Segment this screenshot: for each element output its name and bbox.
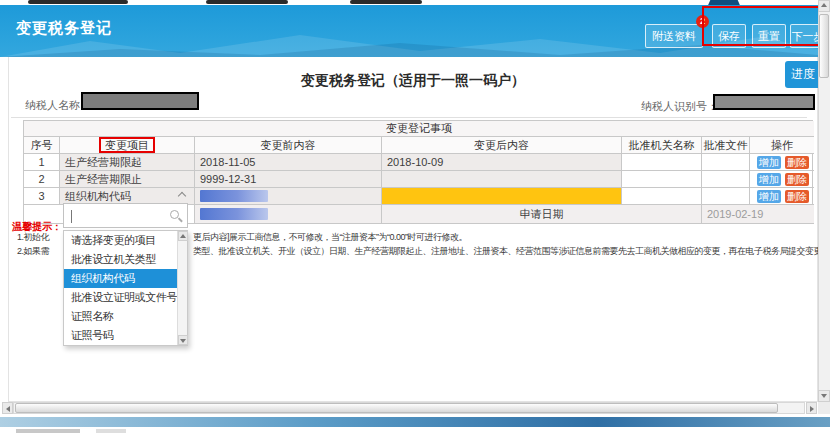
scroll-left-icon[interactable] [2, 402, 13, 414]
row-change-item: 生产经营期限止 [60, 171, 195, 188]
taxpayer-id-label: 纳税人识别号： [641, 99, 718, 114]
table-row: 2 生产经营期限止 9999-12-31 增加 删除 [24, 171, 812, 188]
form-title: 变更税务登记（适用于一照一码户） [9, 72, 817, 90]
delete-row-button[interactable]: 删除 [785, 156, 809, 169]
dropdown-item[interactable]: 批准设立证明或文件号 [64, 288, 187, 307]
redacted-value-bar [200, 190, 268, 202]
col-header-change-item: 变更项目 [60, 137, 195, 154]
text-caret [71, 210, 72, 223]
dropdown-item[interactable]: 请选择变更的项目 [64, 231, 187, 250]
dropdown-item[interactable]: 批准设立机关类型 [64, 250, 187, 269]
table-row: 1 生产经营期限起 2018-11-05 2018-10-09 增加 删除 [24, 154, 812, 171]
attach-badge: 2 [696, 15, 709, 28]
tip-line2-right: 类型、批准设立机关、开业（设立）日期、生产经营期限起止、注册地址、注册资本、经营… [193, 245, 830, 258]
horizontal-scrollbar-thumb[interactable] [15, 403, 778, 413]
taxpayer-id-redacted-value [713, 94, 815, 110]
scroll-up-icon[interactable] [818, 0, 830, 12]
taxpayer-name-redacted-value [81, 92, 199, 110]
table-group-header: 变更登记事项 [24, 121, 814, 137]
bottom-fragment [16, 429, 80, 433]
row-seq: 2 [24, 171, 60, 188]
row-actions: 增加 删除 [750, 154, 814, 171]
dropdown-item-selected[interactable]: 组织机构代码 [64, 269, 187, 288]
dropdown-search-box[interactable] [63, 203, 188, 228]
col-header-approve-doc: 批准文件 [702, 137, 750, 154]
redacted-value-bar [200, 208, 268, 220]
row-after-value-highlighted[interactable] [382, 188, 622, 205]
col-header-seq: 序号 [24, 137, 60, 154]
tip-line1-right: 更后内容]展示工商信息，不可修改，当“注册资本”为“0.00”时可进行修改。 [193, 231, 467, 244]
dropdown-item[interactable]: 证照号码 [64, 326, 187, 345]
row-approve-doc [702, 154, 750, 171]
tip-line1-left: 1.初始化 [17, 231, 49, 244]
row-change-item: 生产经营期限起 [60, 154, 195, 171]
row-approve-org [622, 171, 702, 188]
app-window: 变更税务登记 附送资料 2 保存 重置 下一步 进度 变更税务登记（适用于一照一… [0, 0, 830, 433]
apply-row-before-cell [195, 205, 382, 224]
apply-date-label: 申请日期 [382, 205, 702, 224]
browser-tab-strip [350, 0, 422, 4]
table-header-row: 序号 变更项目 变更前内容 变更后内容 批准机关名称 批准文件 操作 [24, 137, 812, 154]
content-card: 进度 变更税务登记（适用于一照一码户） 纳税人名称： 纳税人识别号： 变更登记事… [8, 57, 818, 402]
scroll-right-icon[interactable] [806, 402, 817, 414]
col-header-approve-org: 批准机关名称 [622, 137, 702, 154]
row-before-value: 2018-11-05 [195, 154, 382, 171]
chevron-up-icon[interactable] [178, 192, 186, 200]
save-button[interactable]: 保存 [712, 24, 746, 48]
add-row-button[interactable]: 增加 [757, 156, 781, 169]
browser-tab-strip [28, 0, 128, 4]
row-approve-org [622, 154, 702, 171]
dropdown-list: 请选择变更的项目 批准设立机关类型 组织机构代码 批准设立证明或文件号 证照名称… [63, 230, 188, 346]
combobox-value: 组织机构代码 [65, 189, 131, 204]
dropdown-search-input[interactable] [74, 206, 162, 225]
scroll-up-icon[interactable] [178, 231, 188, 241]
page-header: 变更税务登记 附送资料 2 保存 重置 下一步 [0, 5, 818, 57]
delete-row-button[interactable]: 删除 [785, 190, 809, 203]
reset-button[interactable]: 重置 [752, 24, 786, 48]
row-approve-doc [702, 188, 750, 205]
page-title: 变更税务登记 [16, 19, 112, 38]
divider [11, 117, 807, 118]
scrollbar-corner [818, 402, 830, 414]
bottom-banner-strip [0, 417, 830, 427]
apply-date-value: 2019-02-19 [702, 205, 814, 224]
row-approve-org [622, 188, 702, 205]
attach-documents-button[interactable]: 附送资料 [645, 24, 703, 48]
browser-tab-strip [206, 0, 288, 4]
table-group-header-row: 变更登记事项 [24, 121, 812, 137]
row-before-value: 9999-12-31 [195, 171, 382, 188]
row-before-value [195, 188, 382, 205]
dropdown-scrollbar[interactable] [177, 231, 187, 345]
red-highlight-box-column: 变更项目 [99, 137, 155, 153]
scroll-down-icon[interactable] [818, 390, 830, 402]
vertical-scrollbar-thumb[interactable] [819, 14, 829, 78]
scroll-down-icon[interactable] [178, 335, 188, 345]
add-row-button[interactable]: 增加 [757, 173, 781, 186]
row-actions: 增加 删除 [750, 188, 814, 205]
col-header-after: 变更后内容 [382, 137, 622, 154]
delete-row-button[interactable]: 删除 [785, 173, 809, 186]
row-after-value[interactable]: 2018-10-09 [382, 154, 622, 171]
dropdown-item[interactable]: 证照名称 [64, 307, 187, 326]
row-approve-doc [702, 171, 750, 188]
tip-line2-left: 2.如果需 [17, 245, 49, 258]
bottom-fragment [96, 429, 126, 433]
col-header-before: 变更前内容 [195, 137, 382, 154]
row-seq: 1 [24, 154, 60, 171]
col-header-actions: 操作 [750, 137, 814, 154]
row-actions: 增加 删除 [750, 171, 814, 188]
search-icon [170, 210, 179, 219]
row-seq: 3 [24, 188, 60, 205]
add-row-button[interactable]: 增加 [757, 190, 781, 203]
row-after-value[interactable] [382, 171, 622, 188]
next-step-button[interactable]: 下一步 [790, 24, 818, 48]
